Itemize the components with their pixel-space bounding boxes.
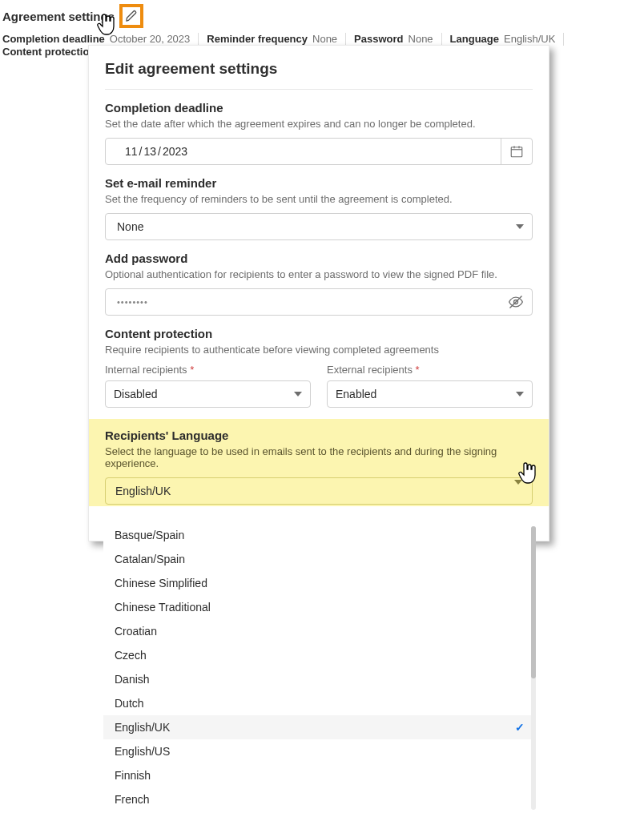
add-password-section: Add password Optional authentication for… [105, 252, 533, 316]
language-option-label: Dutch [115, 697, 144, 710]
language-option[interactable]: German [103, 811, 536, 813]
language-option[interactable]: English/US [103, 739, 536, 763]
email-reminder-section: Set e-mail reminder Set the frequency of… [105, 176, 533, 240]
password-input[interactable]: •••••••• [105, 288, 533, 316]
internal-recipients-label: Internal recipients * [105, 364, 311, 376]
recipients-language-section: Recipients' Language Select the language… [89, 419, 549, 506]
agreement-settings-title: Agreement settings [2, 10, 115, 23]
recipients-language-value: English/UK [115, 485, 171, 497]
pencil-icon [125, 10, 138, 22]
divider [105, 89, 533, 90]
email-reminder-value: None [114, 220, 143, 233]
chevron-down-icon [516, 392, 524, 396]
completion-deadline-value: 11/13/2023 [114, 145, 189, 158]
chevron-down-icon [516, 224, 524, 229]
language-option[interactable]: Croatian [103, 619, 536, 643]
summary-password: Password None [354, 33, 442, 46]
language-option-label: Chinese Traditional [115, 601, 211, 614]
language-option-label: French [115, 793, 150, 806]
panel-title: Edit agreement settings [105, 60, 533, 78]
scrollbar-track[interactable] [531, 526, 536, 810]
calendar-icon[interactable] [501, 139, 524, 164]
add-password-desc: Optional authentication for recipients t… [105, 268, 533, 280]
svg-rect-0 [511, 147, 522, 157]
edit-agreement-settings-button[interactable] [119, 4, 143, 28]
language-option[interactable]: Catalan/Spain [103, 547, 536, 571]
language-option-label: Croatian [115, 625, 157, 638]
language-option-label: Catalan/Spain [115, 553, 185, 565]
language-option[interactable]: Finnish [103, 763, 536, 787]
summary-language: Language English/UK [450, 33, 565, 46]
language-option[interactable]: Basque/Spain [103, 523, 536, 547]
language-option-label: Chinese Simplified [115, 577, 207, 590]
completion-deadline-desc: Set the date after which the agreement e… [105, 118, 533, 130]
recipients-language-select[interactable]: English/UK [105, 477, 533, 505]
language-option[interactable]: Chinese Simplified [103, 571, 536, 595]
email-reminder-desc: Set the frequency of reminders to be sen… [105, 193, 533, 205]
internal-recipients-value: Disabled [114, 388, 157, 400]
language-option-label: Czech [115, 649, 147, 662]
summary-reminder-frequency: Reminder frequency None [207, 33, 346, 46]
completion-deadline-section: Completion deadline Set the date after w… [105, 101, 533, 165]
recipients-language-title: Recipients' Language [105, 429, 533, 442]
external-recipients-value: Enabled [336, 388, 376, 400]
internal-recipients-select[interactable]: Disabled [105, 380, 311, 408]
language-option-label: English/UK [115, 721, 170, 734]
check-icon: ✓ [515, 721, 525, 734]
language-option-label: Danish [115, 673, 150, 686]
eye-off-icon[interactable] [508, 294, 524, 310]
language-option[interactable]: French [103, 787, 536, 811]
edit-agreement-settings-panel: Edit agreement settings Completion deadl… [88, 45, 549, 541]
content-protection-section: Content protection Require recipients to… [105, 327, 533, 408]
language-option[interactable]: Chinese Traditional [103, 595, 536, 619]
language-option[interactable]: Danish [103, 667, 536, 691]
completion-deadline-input[interactable]: 11/13/2023 [105, 138, 533, 165]
completion-deadline-title: Completion deadline [105, 101, 533, 115]
language-option[interactable]: Czech [103, 643, 536, 667]
chevron-down-icon [294, 392, 302, 396]
password-masked-value: •••••••• [114, 297, 148, 307]
chevron-down-icon [514, 485, 522, 497]
external-recipients-select[interactable]: Enabled [327, 380, 533, 408]
recipients-language-desc: Select the language to be used in emails… [105, 445, 533, 469]
scrollbar-thumb[interactable] [531, 526, 536, 678]
language-option-label: Finnish [115, 769, 151, 782]
language-option[interactable]: English/UK✓ [103, 715, 536, 739]
content-protection-title: Content protection [105, 327, 533, 340]
language-option-label: Basque/Spain [115, 529, 184, 541]
email-reminder-select[interactable]: None [105, 213, 533, 240]
content-protection-desc: Require recipients to authenticate befor… [105, 344, 533, 356]
recipients-language-dropdown-list[interactable]: Basque/SpainCatalan/SpainChinese Simplif… [103, 523, 536, 813]
language-option[interactable]: Dutch [103, 691, 536, 715]
language-option-label: English/US [115, 745, 170, 758]
summary-completion-deadline: Completion deadline October 20, 2023 [2, 33, 199, 46]
external-recipients-label: External recipients * [327, 364, 533, 376]
add-password-title: Add password [105, 252, 533, 265]
email-reminder-title: Set e-mail reminder [105, 176, 533, 190]
